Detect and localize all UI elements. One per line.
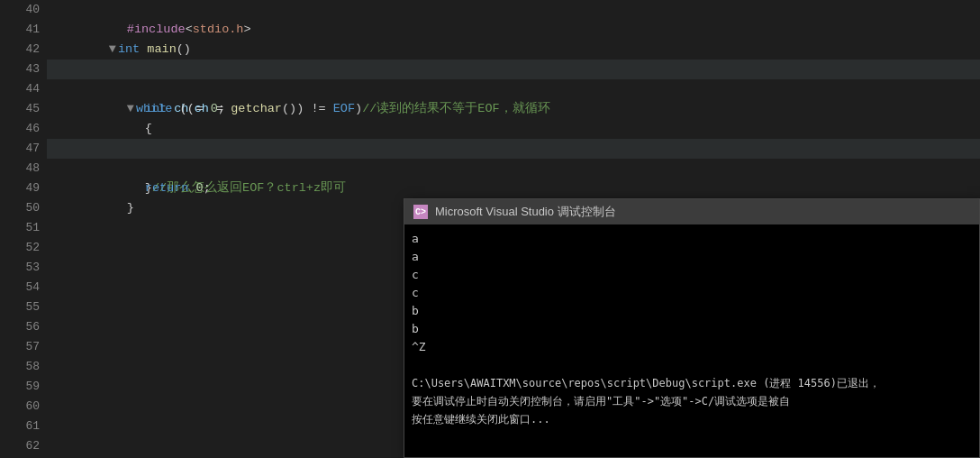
line-num-43: 43 bbox=[4, 60, 40, 79]
console-output-3: c bbox=[412, 266, 972, 284]
line-numbers: 40 41 42 43 44 45 46 47 48 49 50 51 52 5… bbox=[0, 0, 47, 458]
code-line-46: putchar(ch); bbox=[47, 119, 980, 139]
code-area[interactable]: #include<stdio.h> ▼int main() { int ch =… bbox=[47, 0, 980, 458]
editor-container: 40 41 42 43 44 45 46 47 48 49 50 51 52 5… bbox=[0, 0, 980, 458]
line-num-47: 47 bbox=[4, 139, 40, 159]
console-title: Microsoft Visual Studio 调试控制台 bbox=[435, 204, 616, 220]
code-line-42: { bbox=[47, 40, 980, 60]
code-line-43: int ch = 0; bbox=[47, 60, 980, 79]
line-num-54: 54 bbox=[4, 278, 40, 298]
line-num-62: 62 bbox=[4, 436, 40, 456]
line-num-42: 42 bbox=[4, 40, 40, 60]
line-num-45: 45 bbox=[4, 99, 40, 119]
console-body[interactable]: a a c c b b ^Z C:\Users\AWAITXM\source\r… bbox=[404, 224, 979, 457]
console-output-6: b bbox=[412, 320, 972, 338]
console-app-icon: C> bbox=[413, 205, 428, 219]
line-num-55: 55 bbox=[4, 298, 40, 317]
console-window: C> Microsoft Visual Studio 调试控制台 a a c c… bbox=[404, 198, 980, 458]
console-output-5: b bbox=[412, 302, 972, 320]
line-num-40: 40 bbox=[4, 0, 40, 20]
console-output-ctrl-z: ^Z bbox=[412, 338, 972, 356]
line-num-59: 59 bbox=[4, 377, 40, 397]
code-line-49: } bbox=[47, 179, 980, 198]
line-num-56: 56 bbox=[4, 317, 40, 337]
console-info-3: 按任意键继续关闭此窗口... bbox=[412, 410, 972, 428]
console-output-1: a bbox=[412, 230, 972, 248]
line-num-61: 61 bbox=[4, 417, 40, 436]
line-num-60: 60 bbox=[4, 397, 40, 417]
console-titlebar: C> Microsoft Visual Studio 调试控制台 bbox=[404, 199, 979, 224]
line-num-51: 51 bbox=[4, 218, 40, 238]
line-num-44: 44 bbox=[4, 79, 40, 99]
line-num-49: 49 bbox=[4, 179, 40, 198]
console-output-2: a bbox=[412, 248, 972, 266]
console-output-4: c bbox=[412, 284, 972, 302]
console-info-2: 要在调试停止时自动关闭控制台，请启用"工具"->"选项"->C/调试选项是被自 bbox=[412, 392, 972, 410]
console-info-1: C:\Users\AWAITXM\source\repos\script\Deb… bbox=[412, 374, 972, 392]
line-num-52: 52 bbox=[4, 238, 40, 258]
line-num-48: 48 bbox=[4, 159, 40, 179]
console-empty-1 bbox=[412, 356, 972, 374]
code-line-40: #include<stdio.h> bbox=[47, 0, 980, 20]
code-line-48: return 0; bbox=[47, 159, 980, 179]
code-line-45: { bbox=[47, 99, 980, 119]
line-num-53: 53 bbox=[4, 258, 40, 278]
line-num-46: 46 bbox=[4, 119, 40, 139]
code-line-41: ▼int main() bbox=[47, 20, 980, 40]
code-line-44: ▼while ((ch = getchar()) != EOF)//读到的结果不… bbox=[47, 79, 980, 99]
code-line-47: }//那么怎么返回EOF？ctrl+z即可 bbox=[47, 139, 980, 159]
line-num-50: 50 bbox=[4, 198, 40, 218]
line-num-57: 57 bbox=[4, 337, 40, 357]
line-num-41: 41 bbox=[4, 20, 40, 40]
line-num-58: 58 bbox=[4, 357, 40, 377]
